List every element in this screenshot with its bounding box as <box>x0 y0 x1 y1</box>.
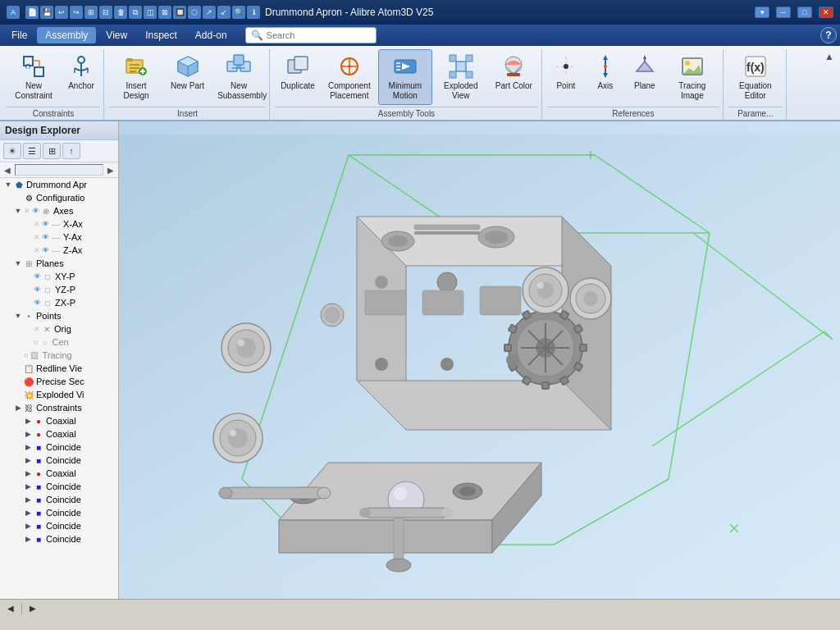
tree-item-origin[interactable]: ✕ ✕ Orig <box>0 322 118 336</box>
tb-extra1-icon[interactable]: ⬡ <box>188 6 201 19</box>
tree-expand-coaxial-1[interactable]: ▶ <box>23 416 33 426</box>
tb-extra3-icon[interactable]: ↙ <box>217 6 231 19</box>
tb-view3-icon[interactable]: ⊠ <box>158 6 171 19</box>
tree-item-constraints[interactable]: ▶ ⛓ Constraints <box>0 401 118 414</box>
de-nav-right[interactable]: ▶ <box>105 164 116 176</box>
tree-item-coincide-2[interactable]: ▶ ■ Coincide <box>0 454 118 467</box>
tree-item-coaxial-3[interactable]: ▶ ● Coaxial <box>0 467 118 480</box>
new-constraint-button[interactable]: New Constraint <box>7 49 61 105</box>
statusbar-scroll-right[interactable]: ▶ <box>27 603 39 614</box>
tb-delete-icon[interactable]: 🗑 <box>114 6 127 19</box>
menu-view[interactable]: View <box>98 27 135 43</box>
tree-expand-coaxial-3[interactable]: ▶ <box>23 468 33 478</box>
component-placement-button[interactable]: Component Placement <box>322 49 377 105</box>
tb-copy-icon[interactable]: ⊞ <box>84 6 98 19</box>
window-maximize-btn[interactable]: □ <box>797 7 812 18</box>
new-part-button[interactable]: New Part <box>165 49 210 95</box>
tracing-image-button[interactable]: Tracing Image <box>665 49 719 105</box>
statusbar-scroll-left[interactable]: ◀ <box>5 603 16 614</box>
tree-item-axes[interactable]: ▼ ✕ 👁 ⊕ Axes <box>0 204 118 217</box>
tree-item-zax[interactable]: ✕ 👁 — Z-Ax <box>0 244 118 257</box>
svg-point-122 <box>375 276 388 289</box>
menu-file[interactable]: File <box>3 27 35 43</box>
de-tool-list-btn[interactable]: ☰ <box>23 143 41 159</box>
tree-item-yzp[interactable]: 👁 □ YZ-P <box>0 283 118 296</box>
tree-item-config[interactable]: ⚙ Configuratio <box>0 191 118 204</box>
window-dropdown-btn[interactable]: ▾ <box>755 7 769 18</box>
tree-expand-constraints[interactable]: ▶ <box>13 403 23 413</box>
part-color-button[interactable]: Part Color <box>490 49 538 95</box>
tree-expand-planes[interactable]: ▼ <box>13 258 23 268</box>
minimum-motion-button[interactable]: Minimum Motion <box>378 49 432 105</box>
menu-inspect[interactable]: Inspect <box>137 27 185 43</box>
tree-item-coincide-5[interactable]: ▶ ■ Coincide <box>0 506 118 519</box>
tb-view4-icon[interactable]: 🔲 <box>173 6 186 19</box>
de-tool-arrow-btn[interactable]: ↑ <box>62 143 80 159</box>
tb-new-icon[interactable]: 📄 <box>25 6 39 19</box>
tb-paste-icon[interactable]: ⊟ <box>99 6 112 19</box>
tree-item-coincide-6[interactable]: ▶ ■ Coincide <box>0 519 118 532</box>
tree-item-coaxial-2[interactable]: ▶ ● Coaxial <box>0 427 118 441</box>
point-button[interactable]: Point <box>547 49 585 95</box>
tree-item-yax[interactable]: ✕ 👁 — Y-Ax <box>0 231 118 244</box>
tree-item-tracing[interactable]: ○ 🖼 Tracing <box>0 349 118 362</box>
de-tool-layers-btn[interactable]: ⊞ <box>43 143 61 159</box>
tree-item-coincide-3[interactable]: ▶ ■ Coincide <box>0 480 118 493</box>
help-button[interactable]: ? <box>820 27 837 43</box>
tree-item-coincide-4[interactable]: ▶ ■ Coincide <box>0 493 118 506</box>
tb-save-icon[interactable]: 💾 <box>40 6 53 19</box>
3d-viewport[interactable]: Y X Z <box>119 121 840 599</box>
new-subassembly-button[interactable]: New Subassembly <box>212 49 266 105</box>
tb-redo-icon[interactable]: ↪ <box>70 6 83 19</box>
tb-view1-icon[interactable]: ⧉ <box>129 6 142 19</box>
tree-item-exploded-view[interactable]: 💥 Exploded Vi <box>0 388 118 401</box>
window-minimize-btn[interactable]: ─ <box>776 7 791 18</box>
axis-button[interactable]: Axis <box>587 49 624 95</box>
tree-expand-coincide-7[interactable]: ▶ <box>23 534 33 544</box>
tb-undo-icon[interactable]: ↩ <box>55 6 68 19</box>
tree-expand-config[interactable] <box>13 193 23 203</box>
tree-item-planes[interactable]: ▼ ⊞ Planes <box>0 257 118 270</box>
tree-expand-coaxial-2[interactable]: ▶ <box>23 429 33 439</box>
menu-addon[interactable]: Add-on <box>187 27 235 43</box>
de-nav-left[interactable]: ◀ <box>2 164 13 176</box>
window-close-btn[interactable]: ✕ <box>819 7 833 18</box>
exploded-view-button[interactable]: Exploded View <box>434 49 488 105</box>
tree-item-points[interactable]: ▼ • Points <box>0 309 118 322</box>
tree-item-coincide-1[interactable]: ▶ ■ Coincide <box>0 441 118 454</box>
ribbon-collapse-btn[interactable]: ▲ <box>822 49 837 64</box>
tree-label-center: Cen <box>50 337 68 347</box>
tree-expand-axes[interactable]: ▼ <box>13 206 23 216</box>
tree-item-precise-section[interactable]: 🔴 Precise Sec <box>0 375 118 388</box>
tree-expand-root[interactable]: ▼ <box>3 180 13 189</box>
menu-assembly[interactable]: Assembly <box>37 27 96 43</box>
insert-design-button[interactable]: Insert Design <box>109 49 163 105</box>
tree-item-redline-view[interactable]: 📋 Redline Vie <box>0 362 118 375</box>
svg-rect-39 <box>456 62 466 71</box>
tree-expand-coincide-5[interactable]: ▶ <box>23 508 33 518</box>
search-box[interactable]: 🔍 <box>245 27 377 43</box>
tree-expand-coincide-4[interactable]: ▶ <box>23 495 33 504</box>
de-tool-sun-btn[interactable]: ☀ <box>3 143 21 159</box>
tb-zoom-icon[interactable]: 🔍 <box>232 6 245 19</box>
tree-expand-coincide-6[interactable]: ▶ <box>23 521 33 531</box>
plane-button[interactable]: Plane <box>626 49 664 95</box>
tree-expand-coincide-3[interactable]: ▶ <box>23 482 33 491</box>
tree-item-center[interactable]: ○ ○ Cen <box>0 336 118 349</box>
tree-expand-points[interactable]: ▼ <box>13 311 23 321</box>
tree-item-xax[interactable]: ✕ 👁 — X-Ax <box>0 217 118 231</box>
tree-item-coaxial-1[interactable]: ▶ ● Coaxial <box>0 414 118 427</box>
tree-item-root[interactable]: ▼ ⬟ Drummond Apr <box>0 178 118 191</box>
tree-expand-coincide-1[interactable]: ▶ <box>23 442 33 452</box>
duplicate-button[interactable]: Duplicate <box>275 49 321 95</box>
tb-info-icon[interactable]: ℹ <box>247 6 260 19</box>
tree-item-coincide-7[interactable]: ▶ ■ Coincide <box>0 532 118 546</box>
tree-expand-coincide-2[interactable]: ▶ <box>23 455 33 465</box>
tree-item-zxp[interactable]: 👁 □ ZX-P <box>0 296 118 309</box>
tb-extra2-icon[interactable]: ↗ <box>203 6 216 19</box>
equation-editor-button[interactable]: f(x) Equation Editor <box>728 49 783 105</box>
tree-item-xyp[interactable]: 👁 □ XY-P <box>0 270 118 283</box>
search-input[interactable] <box>267 30 365 40</box>
anchor-button[interactable]: Anchor <box>62 49 100 95</box>
tb-view2-icon[interactable]: ◫ <box>144 6 157 19</box>
